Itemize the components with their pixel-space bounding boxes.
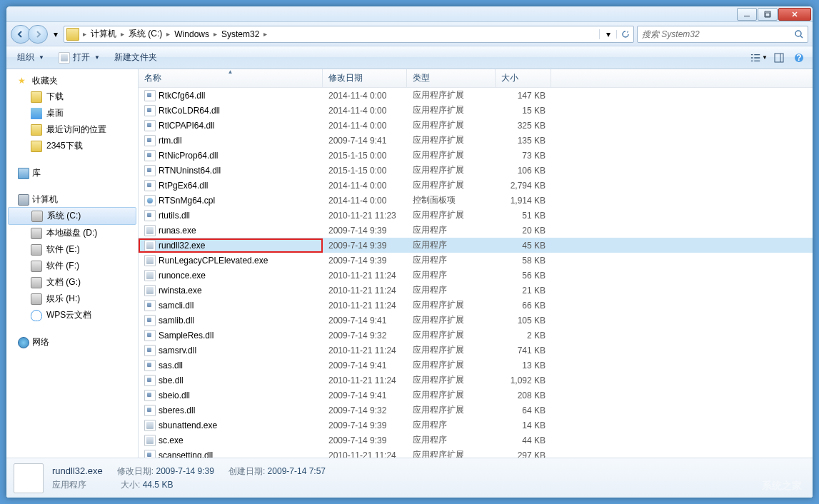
sidebar-item-drive-h[interactable]: 娱乐 (H:) [6, 291, 138, 307]
file-type-icon [144, 435, 156, 446]
file-row[interactable]: RTNUninst64.dll2015-1-15 0:00应用程序扩展106 K… [139, 163, 813, 178]
column-type[interactable]: 类型 [407, 69, 496, 87]
file-type: 应用程序 [407, 419, 496, 431]
file-name: RTSnMg64.cpl [159, 196, 215, 206]
column-size[interactable]: 大小 [496, 69, 551, 87]
organize-button[interactable]: 组织▼ [11, 49, 51, 66]
file-type: 应用程序扩展 [407, 209, 496, 221]
file-row[interactable]: RTSnMg64.cpl2014-11-4 0:00控制面板项1,914 KB [139, 193, 813, 208]
search-input[interactable] [638, 29, 790, 39]
chevron-right-icon[interactable]: ▸ [212, 30, 218, 38]
search-icon[interactable] [790, 29, 808, 39]
file-row[interactable]: RtkCfg64.dll2014-11-4 0:00应用程序扩展147 KB [139, 88, 813, 103]
file-row[interactable]: sbeio.dll2009-7-14 9:41应用程序扩展208 KB [139, 388, 813, 403]
file-name: sbunattend.exe [159, 420, 217, 430]
file-row[interactable]: sc.exe2009-7-14 9:39应用程序44 KB [139, 433, 813, 448]
app-icon [59, 52, 70, 64]
file-date: 2009-7-14 9:39 [323, 226, 407, 236]
file-row[interactable]: scansetting.dll2010-11-21 11:24应用程序扩展297… [139, 448, 813, 458]
svg-point-0 [795, 31, 801, 36]
preview-pane-button[interactable] [770, 49, 788, 66]
file-row[interactable]: RtlCPAPI64.dll2014-11-4 0:00应用程序扩展325 KB [139, 118, 813, 133]
sidebar-item-2345[interactable]: 2345下载 [6, 138, 138, 154]
folder-icon [66, 28, 79, 41]
status-filename: rundll32.exe [52, 465, 103, 478]
network-header[interactable]: 网络 [6, 335, 138, 350]
sidebar-item-wps-cloud[interactable]: WPS云文档 [6, 307, 138, 323]
file-type-icon [144, 255, 156, 266]
file-row[interactable]: RtNicProp64.dll2015-1-15 0:00应用程序扩展73 KB [139, 148, 813, 163]
breadcrumb[interactable]: ▸ 计算机 ▸ 系统 (C:) ▸ Windows ▸ System32 ▸ ▾ [64, 26, 634, 43]
column-date[interactable]: 修改日期 [323, 69, 407, 87]
sidebar-item-drive-c[interactable]: 系统 (C:) [8, 207, 136, 225]
chevron-right-icon[interactable]: ▸ [119, 30, 126, 38]
file-row[interactable]: sberes.dll2009-7-14 9:32应用程序扩展64 KB [139, 403, 813, 418]
file-row[interactable]: runonce.exe2010-11-21 11:24应用程序56 KB [139, 268, 813, 283]
file-size: 58 KB [496, 256, 551, 266]
breadcrumb-dropdown[interactable]: ▾ [599, 29, 616, 39]
file-date: 2009-7-14 9:41 [323, 390, 407, 400]
file-row[interactable]: runas.exe2009-7-14 9:39应用程序20 KB [139, 223, 813, 238]
file-type-icon [144, 330, 156, 341]
column-name[interactable]: 名称▲ [139, 69, 323, 87]
file-row[interactable]: sbe.dll2010-11-21 11:24应用程序扩展1,092 KB [139, 373, 813, 388]
file-type-icon [144, 420, 156, 431]
view-options-button[interactable]: ▼ [750, 49, 768, 66]
nav-history-dropdown[interactable]: ▾ [51, 25, 61, 44]
breadcrumb-segment[interactable]: 系统 (C:) [126, 26, 165, 42]
chevron-right-icon[interactable]: ▸ [81, 30, 88, 38]
file-row[interactable]: sas.dll2009-7-14 9:41应用程序扩展13 KB [139, 358, 813, 373]
file-type: 应用程序扩展 [407, 374, 496, 386]
breadcrumb-segment[interactable]: Windows [171, 26, 212, 42]
breadcrumb-segment[interactable]: 计算机 [88, 26, 119, 42]
sidebar-item-drive-e[interactable]: 软件 (E:) [6, 241, 138, 258]
refresh-button[interactable] [616, 30, 633, 39]
file-row[interactable]: RtPgEx64.dll2014-11-4 0:00应用程序扩展2,794 KB [139, 178, 813, 193]
help-button[interactable]: ? [790, 49, 808, 66]
sidebar-item-drive-f[interactable]: 软件 (F:) [6, 258, 138, 274]
open-button[interactable]: 打开▼ [52, 49, 106, 66]
file-list[interactable]: RtkCfg64.dll2014-11-4 0:00应用程序扩展147 KBRt… [139, 88, 813, 458]
file-size: 2 KB [496, 331, 551, 341]
file-row[interactable]: rundll32.exe2009-7-14 9:39应用程序45 KB [139, 238, 813, 253]
chevron-right-icon[interactable]: ▸ [165, 30, 171, 38]
nav-forward-button[interactable] [28, 25, 48, 44]
sidebar-item-desktop[interactable]: 桌面 [6, 105, 138, 121]
file-date: 2009-7-14 9:41 [323, 316, 407, 326]
chevron-right-icon[interactable]: ▸ [262, 30, 268, 38]
file-row[interactable]: sbunattend.exe2009-7-14 9:39应用程序14 KB [139, 418, 813, 433]
minimize-button[interactable] [737, 8, 757, 21]
file-name: sberes.dll [159, 405, 195, 415]
sidebar-item-downloads[interactable]: 下载 [6, 89, 138, 105]
file-row[interactable]: samlib.dll2009-7-14 9:41应用程序扩展105 KB [139, 313, 813, 328]
file-size: 51 KB [496, 211, 551, 221]
file-row[interactable]: samsrv.dll2010-11-21 11:24应用程序扩展741 KB [139, 343, 813, 358]
file-type: 应用程序扩展 [407, 134, 496, 146]
file-type-icon [144, 105, 156, 116]
file-row[interactable]: RtkCoLDR64.dll2014-11-4 0:00应用程序扩展15 KB [139, 103, 813, 118]
file-name: RunLegacyCPLElevated.exe [159, 256, 268, 266]
libraries-header[interactable]: 库 [6, 166, 138, 181]
sidebar-item-drive-g[interactable]: 文档 (G:) [6, 274, 138, 291]
breadcrumb-segment[interactable]: System32 [218, 26, 262, 42]
file-row[interactable]: rtm.dll2009-7-14 9:41应用程序扩展135 KB [139, 133, 813, 148]
computer-header[interactable]: 计算机 [6, 192, 138, 207]
drive-icon [31, 261, 42, 272]
favorites-header[interactable]: ★收藏夹 [6, 74, 138, 89]
file-row[interactable]: rwinsta.exe2010-11-21 11:24应用程序21 KB [139, 283, 813, 298]
file-row[interactable]: RunLegacyCPLElevated.exe2009-7-14 9:39应用… [139, 253, 813, 268]
file-row[interactable]: samcli.dll2010-11-21 11:24应用程序扩展66 KB [139, 298, 813, 313]
file-type-icon [144, 345, 156, 356]
file-name: runas.exe [159, 226, 196, 236]
search-box[interactable] [637, 26, 808, 43]
close-button[interactable] [778, 8, 811, 21]
sidebar-item-drive-d[interactable]: 本地磁盘 (D:) [6, 225, 138, 241]
file-type-icon [144, 195, 156, 206]
file-size: 105 KB [496, 316, 551, 326]
maximize-button[interactable] [758, 8, 778, 21]
file-row[interactable]: SampleRes.dll2009-7-14 9:32应用程序扩展2 KB [139, 328, 813, 343]
file-type-icon [144, 135, 156, 146]
sidebar-item-recent[interactable]: 最近访问的位置 [6, 121, 138, 138]
file-row[interactable]: rtutils.dll2010-11-21 11:23应用程序扩展51 KB [139, 208, 813, 223]
new-folder-button[interactable]: 新建文件夹 [108, 49, 164, 66]
